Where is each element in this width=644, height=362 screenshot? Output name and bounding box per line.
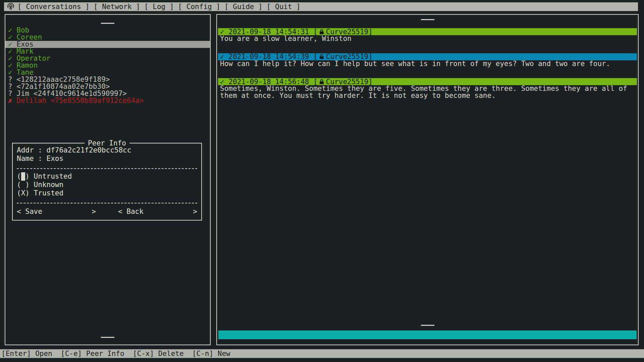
conversation-row[interactable]: ?<128212aaac2758e9f189> xyxy=(5,76,210,83)
check-icon: ✓ xyxy=(8,27,12,34)
radio-mark xyxy=(21,181,25,189)
radio-untrusted[interactable]: ( )Untrusted xyxy=(17,172,197,181)
menu-item-network[interactable]: [ Network ] xyxy=(94,3,140,11)
check-icon: ✓ xyxy=(8,55,12,62)
menu-item-guide[interactable]: [ Guide ] xyxy=(224,3,263,11)
check-icon: ✓ xyxy=(8,48,12,55)
message-header: ✓2021-09-18 14:54:39[Curve25519] xyxy=(218,53,637,60)
peer-info-box: Peer Info Addr :df76a2c21f2e0bcc58cc Nam… xyxy=(12,143,202,221)
radio-mark xyxy=(21,172,25,181)
peer-addr-label: Addr : xyxy=(17,146,42,155)
message-header: ✓2021-09-18 14:54:31[Curve25519] xyxy=(218,28,637,35)
peer-name-value: Exos xyxy=(47,155,64,163)
conversation-row[interactable]: ✓Operator xyxy=(5,55,210,62)
conversation-row[interactable]: ✓Tane xyxy=(5,69,210,76)
question-icon: ? xyxy=(8,76,12,83)
conversation-row[interactable]: ?<72a1f10874aa02e7bb30> xyxy=(5,83,210,90)
menu-item-conversations[interactable]: [ Conversations ] xyxy=(17,3,90,11)
conversation-row[interactable]: ✓Ramon xyxy=(5,62,210,69)
chevron-left-icon: < xyxy=(17,207,21,216)
check-icon: ✓ xyxy=(8,69,12,76)
back-button[interactable]: <Back> xyxy=(118,207,197,216)
conversation-row[interactable]: ✓Bob xyxy=(5,27,210,34)
conversations-panel: ✓Bob ✓Coreen ✓Exos ✓Mark ✓Operator ✓Ramo… xyxy=(5,14,211,345)
menu-bar: [ Conversations ] [ Network ] [ Log ] [ … xyxy=(4,2,638,11)
peer-addr-row: Addr :df76a2c21f2e0bcc58cc xyxy=(17,146,197,155)
message-body: You are a slow learner, Winston xyxy=(218,35,637,42)
separator xyxy=(17,168,197,169)
question-icon: ? xyxy=(8,90,12,97)
separator xyxy=(17,203,197,203)
peer-info-buttons: <Save> <Back> xyxy=(17,207,197,216)
message: ✓2021-09-18 14:56:48[Curve25519] Sometim… xyxy=(218,78,637,99)
chevron-right-icon: > xyxy=(193,207,197,216)
lock-icon xyxy=(319,29,324,35)
menu-item-log[interactable]: [ Log ] xyxy=(144,3,174,11)
status-bar: [Enter] Open [C-e] Peer Info [C-x] Delet… xyxy=(0,349,644,358)
app-root: { "colors": { "background": "#1e2122", "… xyxy=(0,0,644,362)
trust-options: ( )Untrusted ( )Unknown (X)Trusted xyxy=(17,172,197,197)
scroll-indicator-bottom xyxy=(101,337,114,338)
peer-info-title: Peer Info xyxy=(85,139,129,147)
peer-name-label: Name : xyxy=(17,155,42,163)
scroll-indicator-top xyxy=(101,23,114,24)
scroll-indicator-bottom xyxy=(421,325,434,326)
save-button[interactable]: <Save> xyxy=(17,207,96,216)
menu-item-quit[interactable]: [ Quit ] xyxy=(267,3,301,11)
conversation-row[interactable]: ?Jim <24f410c9614e1d590997> xyxy=(5,90,210,97)
chevron-right-icon: > xyxy=(92,207,96,216)
radio-unknown[interactable]: ( )Unknown xyxy=(17,181,197,189)
peer-addr-value: df76a2c21f2e0bcc58cc xyxy=(47,146,131,155)
x-icon: ✗ xyxy=(8,97,12,104)
chat-panel: ✓2021-09-18 14:54:31[Curve25519] You are… xyxy=(216,14,639,345)
message-body: How can I help it? How can I help but se… xyxy=(218,60,637,67)
check-icon: ✓ xyxy=(8,62,12,69)
keybinding-hints: [Enter] Open [C-e] Peer Info [C-x] Delet… xyxy=(1,350,230,358)
lock-icon xyxy=(319,79,324,84)
menu-item-config[interactable]: [ Config ] xyxy=(178,3,220,11)
conversation-row[interactable]: ✗Delilah <75e8550b89af912ce64a> xyxy=(5,97,210,104)
lock-icon xyxy=(319,54,324,59)
broadcast-icon xyxy=(7,3,15,11)
radio-trusted[interactable]: (X)Trusted xyxy=(17,189,197,197)
check-icon: ✓ xyxy=(8,41,12,48)
menu-items: [ Conversations ] [ Network ] [ Log ] [ … xyxy=(17,3,301,11)
message-list: ✓2021-09-18 14:54:31[Curve25519] You are… xyxy=(218,28,637,110)
scroll-indicator-top xyxy=(421,19,434,20)
question-icon: ? xyxy=(8,83,12,90)
radio-mark: X xyxy=(21,189,25,197)
message: ✓2021-09-18 14:54:31[Curve25519] You are… xyxy=(218,28,637,42)
conversation-row[interactable]: ✓Coreen xyxy=(5,34,210,41)
conversation-row-selected[interactable]: ✓Exos xyxy=(5,41,210,48)
check-icon: ✓ xyxy=(8,34,12,41)
conversation-list: ✓Bob ✓Coreen ✓Exos ✓Mark ✓Operator ✓Ramo… xyxy=(5,27,210,104)
message-header: ✓2021-09-18 14:56:48[Curve25519] xyxy=(218,78,637,85)
peer-name-row: Name :Exos xyxy=(17,155,197,163)
chevron-left-icon: < xyxy=(118,207,122,216)
message-body: Sometimes, Winston. Sometimes they are f… xyxy=(218,85,637,99)
message: ✓2021-09-18 14:54:39[Curve25519] How can… xyxy=(218,53,637,67)
conversation-row[interactable]: ✓Mark xyxy=(5,48,210,55)
message-input[interactable] xyxy=(218,330,637,339)
